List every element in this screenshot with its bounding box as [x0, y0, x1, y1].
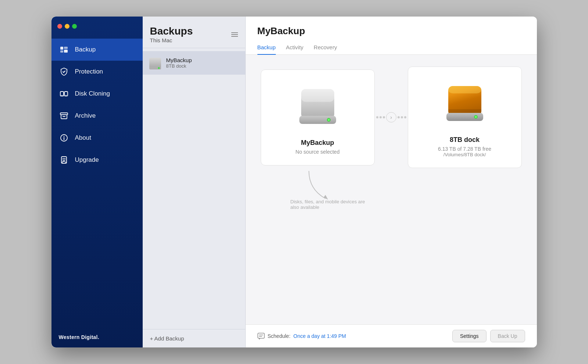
schedule-info: Schedule: Once a day at 1:49 PM — [257, 332, 448, 340]
minimize-button[interactable] — [65, 24, 70, 29]
svg-point-29 — [328, 119, 330, 121]
svg-point-8 — [65, 95, 66, 96]
traffic-lights — [57, 24, 77, 29]
main-body: MyBackup No source selected › — [246, 55, 537, 324]
sidebar-upgrade-label: Upgrade — [75, 156, 99, 164]
backup-icon — [59, 44, 69, 55]
archive-icon — [59, 111, 69, 121]
main-header: MyBackup Backup Activity Recovery — [246, 17, 537, 55]
middle-subtitle: This Mac — [150, 37, 193, 43]
source-drive-icon — [292, 82, 343, 133]
main-footer: Schedule: Once a day at 1:49 PM Settings… — [246, 324, 537, 347]
dot2 — [379, 116, 382, 118]
sidebar-about-label: About — [75, 134, 91, 142]
dest-drive-name: 8TB dock — [450, 136, 480, 144]
protection-icon — [59, 67, 69, 77]
source-drive-name: MyBackup — [301, 139, 334, 147]
add-backup-label: + Add Backup — [150, 335, 184, 342]
sidebar-backup-label: Backup — [75, 46, 96, 53]
backup-button[interactable]: Back Up — [490, 330, 525, 342]
backup-list: MyBackup 8TB dock — [143, 48, 245, 329]
source-drive-sub: No source selected — [296, 149, 340, 155]
svg-rect-1 — [60, 50, 63, 53]
disk-cloning-icon — [59, 89, 69, 99]
svg-rect-38 — [258, 333, 264, 338]
svg-rect-2 — [64, 47, 68, 49]
dot4 — [398, 116, 400, 118]
transfer-arrow: › — [376, 112, 406, 122]
curved-arrow-svg — [305, 171, 338, 200]
dest-drive-icon — [439, 79, 491, 130]
main-title: MyBackup — [257, 25, 525, 37]
zoom-button[interactable] — [72, 24, 77, 29]
hint-content: Disks, files, and mobile devices are als… — [287, 171, 368, 210]
schedule-value[interactable]: Once a day at 1:49 PM — [293, 333, 346, 339]
sidebar-item-archive[interactable]: Archive — [51, 105, 143, 127]
middle-title: Backups — [150, 25, 193, 37]
menu-icon[interactable] — [231, 32, 238, 37]
backup-item-name: MyBackup — [166, 57, 192, 63]
middle-header-actions — [231, 32, 238, 37]
chat-icon — [257, 332, 265, 340]
dot6 — [404, 116, 406, 118]
sidebar-archive-label: Archive — [75, 112, 96, 119]
brand-label: Western Digital. — [59, 334, 99, 340]
backup-item-sub: 8TB dock — [166, 63, 192, 69]
dot5 — [401, 116, 403, 118]
main-content: MyBackup Backup Activity Recovery — [246, 17, 537, 347]
backup-item-drive-icon — [149, 56, 162, 69]
sidebar-nav: Backup Protection — [51, 36, 143, 327]
svg-rect-3 — [64, 50, 68, 53]
schedule-label: Schedule: — [268, 333, 291, 339]
arrow-circle: › — [386, 112, 396, 122]
hint-area: Disks, files, and mobile devices are als… — [257, 171, 525, 210]
sidebar-item-disk-cloning[interactable]: Disk Cloning — [51, 83, 143, 105]
sidebar-protection-label: Protection — [75, 68, 103, 75]
sidebar-header — [51, 17, 143, 36]
backup-item-info: MyBackup 8TB dock — [166, 57, 192, 69]
sidebar-item-protection[interactable]: Protection — [51, 61, 143, 83]
close-button[interactable] — [57, 24, 62, 29]
svg-point-7 — [61, 95, 62, 96]
dest-drive-sub: 6.13 TB of 7.28 TB free — [438, 146, 491, 152]
svg-rect-26 — [301, 89, 334, 102]
sidebar-item-about[interactable]: About — [51, 127, 143, 149]
settings-button[interactable]: Settings — [452, 330, 487, 342]
svg-point-14 — [63, 136, 64, 137]
svg-rect-31 — [448, 86, 481, 93]
drives-row: MyBackup No source selected › — [257, 67, 525, 168]
upgrade-icon — [59, 155, 69, 165]
svg-point-36 — [475, 116, 477, 118]
dot1 — [376, 116, 378, 118]
middle-header-text: Backups This Mac — [150, 25, 193, 43]
dot3 — [383, 116, 385, 118]
middle-header: Backups This Mac — [143, 17, 245, 48]
svg-rect-0 — [60, 47, 63, 50]
sidebar-disk-cloning-label: Disk Cloning — [75, 90, 110, 97]
arrow-area: › — [375, 112, 408, 122]
source-drive-card[interactable]: MyBackup No source selected — [261, 69, 375, 165]
app-window: Backup Protection — [51, 17, 537, 347]
tab-recovery[interactable]: Recovery — [314, 41, 337, 55]
dest-drive-sub2: /Volumes/8TB dock/ — [443, 152, 486, 157]
svg-rect-22 — [149, 58, 161, 68]
dest-drive-card[interactable]: 8TB dock 6.13 TB of 7.28 TB free /Volume… — [408, 67, 522, 168]
sidebar-footer: Western Digital. — [51, 327, 143, 347]
tab-activity[interactable]: Activity — [286, 41, 304, 55]
tabs: Backup Activity Recovery — [257, 41, 525, 54]
middle-panel: Backups This Mac — [143, 17, 246, 347]
hint-text: Disks, files, and mobile devices are als… — [291, 199, 368, 210]
sidebar-item-upgrade[interactable]: Upgrade — [51, 149, 143, 171]
sidebar: Backup Protection — [51, 17, 143, 347]
tab-backup[interactable]: Backup — [257, 41, 276, 55]
middle-footer: + Add Backup — [143, 329, 245, 347]
add-backup-button[interactable]: + Add Backup — [150, 335, 184, 342]
list-item[interactable]: MyBackup 8TB dock — [143, 51, 245, 75]
footer-buttons: Settings Back Up — [452, 330, 525, 342]
about-icon — [59, 133, 69, 143]
svg-marker-39 — [259, 338, 260, 340]
svg-point-24 — [158, 67, 160, 69]
sidebar-item-backup[interactable]: Backup — [51, 39, 143, 61]
